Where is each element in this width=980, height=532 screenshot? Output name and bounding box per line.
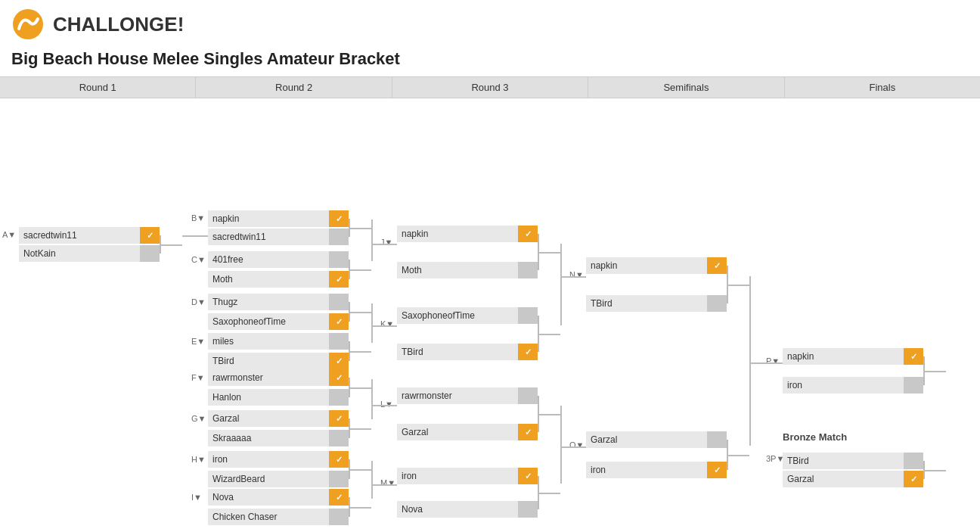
connector-h-A <box>160 244 182 246</box>
player-score <box>329 333 349 350</box>
slot-O-p2[interactable]: iron✓ <box>586 462 727 478</box>
slot-bronze-p1[interactable]: TBird <box>783 453 923 469</box>
connector-line <box>371 484 397 486</box>
bracket-area: A▼sacredtwin11✓NotKainB▼napkin✓sacredtwi… <box>0 98 980 532</box>
bronze-3p-label: 3P▼ <box>766 454 784 463</box>
slot-J-p1[interactable]: napkin✓ <box>397 226 538 242</box>
player-name: sacredtwin11 <box>19 227 140 244</box>
slot-K-p2[interactable]: TBird✓ <box>397 344 538 360</box>
connector-h-I <box>349 507 371 509</box>
slot-B-p1[interactable]: napkin✓ <box>208 210 349 227</box>
player-name: napkin <box>586 257 707 274</box>
player-name: Moth <box>397 262 518 278</box>
tournament-title: Big Beach House Melee Singles Amateur Br… <box>0 49 980 76</box>
match-label-N: N▼ <box>569 270 584 279</box>
slot-K-p1[interactable]: SaxophoneofTime <box>397 307 538 324</box>
player-name: Skraaaaa <box>208 430 329 446</box>
match-label-B: B▼ <box>191 213 205 222</box>
player-name: rawrmonster <box>208 369 329 386</box>
player-score <box>329 294 349 310</box>
slot-F-p2[interactable]: Hanlon <box>208 389 349 406</box>
connector-h-P <box>923 371 946 372</box>
connector-h-M <box>538 493 560 494</box>
connector-line <box>749 362 783 364</box>
player-score: ✓ <box>329 210 349 227</box>
slot-G-p2[interactable]: Skraaaaa <box>208 430 349 446</box>
player-score: ✓ <box>518 424 538 440</box>
player-score: ✓ <box>329 369 349 386</box>
slot-D-p2[interactable]: SaxophoneofTime✓ <box>208 313 349 330</box>
slot-B-p2[interactable]: sacredtwin11 <box>208 229 349 245</box>
round-header-2: Round 2 <box>196 77 392 98</box>
player-score: ✓ <box>707 462 727 478</box>
slot-M-p2[interactable]: Nova <box>397 501 538 518</box>
slot-H-p2[interactable]: WizardBeard <box>208 471 349 487</box>
slot-L-p1[interactable]: rawrmonster <box>397 387 538 404</box>
connector-h-H <box>349 469 371 471</box>
player-name: TBird <box>208 353 329 369</box>
player-score: ✓ <box>329 489 349 506</box>
player-name: iron <box>783 377 904 394</box>
player-score <box>329 430 349 446</box>
slot-P-p1[interactable]: napkin✓ <box>783 348 923 365</box>
slot-O-p1[interactable]: Garzal <box>586 431 727 448</box>
match-label-I: I▼ <box>191 493 202 502</box>
bronze-match-label: Bronze Match <box>783 431 847 443</box>
player-name: napkin <box>397 226 518 242</box>
slot-I-p2[interactable]: Chicken Chaser <box>208 509 349 525</box>
slot-bronze-p2[interactable]: Garzal✓ <box>783 471 923 487</box>
connector-line <box>371 244 397 245</box>
player-score <box>329 471 349 487</box>
slot-A-p2[interactable]: NotKain <box>19 245 160 262</box>
slot-E-p2[interactable]: TBird✓ <box>208 353 349 369</box>
player-score: ✓ <box>518 468 538 484</box>
logo-icon <box>11 8 45 42</box>
player-score: ✓ <box>329 313 349 330</box>
match-label-L: L▼ <box>380 400 393 409</box>
slot-M-p1[interactable]: iron✓ <box>397 468 538 484</box>
match-label-H: H▼ <box>191 455 206 464</box>
connector-line <box>371 461 373 499</box>
player-name: SaxophoneofTime <box>208 313 329 330</box>
connector-line <box>371 405 397 406</box>
slot-G-p1[interactable]: Garzal✓ <box>208 410 349 427</box>
player-score: ✓ <box>518 344 538 360</box>
match-label-O: O▼ <box>569 440 584 450</box>
slot-L-p2[interactable]: Garzal✓ <box>397 424 538 440</box>
match-label-E: E▼ <box>191 337 205 346</box>
connector-h-K <box>538 334 560 335</box>
round-header-4: Semifinals <box>588 77 784 98</box>
slot-J-p2[interactable]: Moth <box>397 262 538 278</box>
slot-F-p1[interactable]: rawrmonster✓ <box>208 369 349 386</box>
slot-H-p1[interactable]: iron✓ <box>208 451 349 468</box>
slot-E-p1[interactable]: miles <box>208 333 349 350</box>
slot-N-p2[interactable]: TBird <box>586 295 727 312</box>
connector-line <box>560 446 586 448</box>
match-label-D: D▼ <box>191 297 206 306</box>
slot-N-p1[interactable]: napkin✓ <box>586 257 727 274</box>
slot-A-p1[interactable]: sacredtwin11✓ <box>19 227 160 244</box>
match-label-K: K▼ <box>380 319 394 328</box>
player-score: ✓ <box>518 226 538 242</box>
connector-line <box>560 406 562 484</box>
connector-line <box>371 325 397 327</box>
svg-point-0 <box>13 9 43 39</box>
slot-I-p1[interactable]: Nova✓ <box>208 489 349 506</box>
player-score <box>518 387 538 404</box>
slot-C-p2[interactable]: Moth✓ <box>208 271 349 288</box>
player-score <box>518 262 538 278</box>
player-score <box>329 509 349 525</box>
slot-P-p2[interactable]: iron <box>783 377 923 394</box>
player-name: iron <box>208 451 329 468</box>
connector-line <box>749 276 751 446</box>
player-score <box>329 389 349 406</box>
app-header: CHALLONGE! <box>0 0 980 49</box>
match-label-A: A▼ <box>2 230 16 239</box>
match-label-G: G▼ <box>191 414 206 423</box>
connector-line <box>371 303 373 343</box>
slot-C-p1[interactable]: 401free <box>208 251 349 268</box>
connector-h-J <box>538 252 560 254</box>
slot-D-p1[interactable]: Thugz <box>208 294 349 310</box>
round-header-5: Finals <box>785 77 980 98</box>
player-score: ✓ <box>329 410 349 427</box>
